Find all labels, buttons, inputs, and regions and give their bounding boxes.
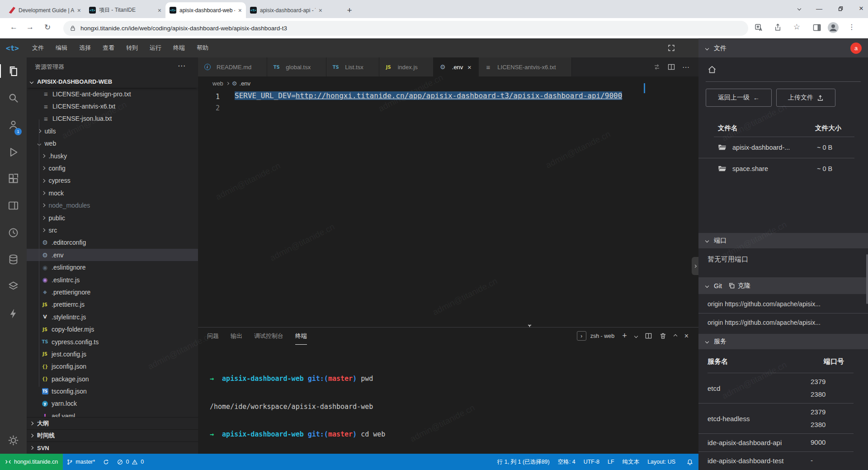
tree-item[interactable]: cypress.config.ts xyxy=(27,336,198,348)
layers-icon[interactable] xyxy=(7,280,19,292)
editor-tab[interactable]: global.tsx × xyxy=(267,57,326,76)
more-actions-icon[interactable] xyxy=(178,61,185,71)
editor-tab[interactable]: LICENSE-antvis-x6.txt × xyxy=(479,57,571,76)
fullscreen-icon[interactable] xyxy=(668,44,675,52)
window-minimize-icon[interactable]: — xyxy=(816,5,822,12)
tree-item[interactable]: .eslintrc.js xyxy=(27,274,198,286)
tab-close-icon[interactable]: × xyxy=(158,7,161,14)
browser-tab[interactable]: apisix-dashboard-api - TitanID × xyxy=(246,2,326,18)
address-bar[interactable]: hongxi.titanide.cn/ide/web/coding/apisix… xyxy=(63,21,748,36)
bookmark-star-icon[interactable]: ☆ xyxy=(793,22,800,32)
database-icon[interactable] xyxy=(7,253,19,266)
git-branch-status[interactable]: master* xyxy=(63,454,99,470)
tree-item[interactable]: copy-folder.mjs xyxy=(27,323,198,335)
tree-item[interactable]: .stylelintrc.js xyxy=(27,311,198,323)
tree-item[interactable]: public xyxy=(27,212,198,224)
tree-item[interactable]: .prettierrc.js xyxy=(27,299,198,311)
panel-expand-toggle[interactable] xyxy=(692,257,698,275)
status-item[interactable]: 行 1, 列 1 (已选择89) xyxy=(493,458,554,466)
menu-item[interactable]: 查看 xyxy=(97,44,120,52)
window-close-icon[interactable]: × xyxy=(859,4,863,13)
close-panel-icon[interactable]: × xyxy=(684,332,689,340)
terminal-shell-name[interactable]: zsh - web xyxy=(590,333,615,339)
status-item[interactable]: 纯文本 xyxy=(618,458,644,466)
side-panel-icon[interactable] xyxy=(812,23,821,32)
open-changes-icon[interactable] xyxy=(653,63,660,71)
tree-item[interactable]: web xyxy=(27,138,198,150)
remote-indicator[interactable]: hongxi.titanide.cn xyxy=(0,454,63,470)
service-row[interactable]: etcd 23792380 xyxy=(698,373,854,403)
sidebar-section-header[interactable]: 大纲 xyxy=(27,417,198,429)
browser-tab[interactable]: apisix-dashboard-web - TitanI × xyxy=(165,2,246,18)
go-up-button[interactable]: 返回上一级 ← xyxy=(706,89,772,107)
tree-item[interactable]: utils xyxy=(27,125,198,137)
menu-item[interactable]: 文件 xyxy=(26,44,50,52)
close-icon[interactable]: × xyxy=(466,63,473,71)
share-icon[interactable] xyxy=(774,23,782,32)
services-section-header[interactable]: 服务 xyxy=(698,334,868,349)
tree-item[interactable]: src xyxy=(27,224,198,236)
status-item[interactable]: Layout: US xyxy=(643,459,679,465)
editor-tab[interactable]: index.js × xyxy=(379,57,434,76)
git-clone-button[interactable]: 克隆 xyxy=(728,282,750,290)
sync-status[interactable] xyxy=(99,454,113,470)
menu-item[interactable]: 编辑 xyxy=(50,44,73,52)
reload-icon[interactable]: ↻ xyxy=(44,23,51,32)
editor-more-actions-icon[interactable]: ⋯ xyxy=(682,63,689,71)
tree-item[interactable]: LICENSE-ant-design-pro.txt xyxy=(27,88,198,100)
service-row[interactable]: ide-apisix-dashboard-test - xyxy=(698,451,854,470)
sidebar-section-header[interactable]: SVN xyxy=(27,442,198,454)
panel-tab[interactable]: 输出 xyxy=(231,328,242,345)
terminal-shell-icon[interactable]: › xyxy=(577,331,586,341)
terminal-output[interactable]: → apisix-dashboard-web git:(master) pwd … xyxy=(210,356,385,470)
tree-item[interactable]: .husky xyxy=(27,150,198,162)
terminal-dropdown-icon[interactable] xyxy=(634,334,637,337)
service-row[interactable]: etcd-headless 23792380 xyxy=(698,403,854,433)
menu-item[interactable]: 帮助 xyxy=(191,44,214,52)
code-area[interactable]: 1 2 SERVE_URL_DEV=http://hongxi.titanide… xyxy=(198,90,698,327)
file-row[interactable]: apisix-dashboard-... ~ 0 B xyxy=(698,137,854,158)
tree-item[interactable]: LICENSE-json.lua.txt xyxy=(27,113,198,125)
env-url-link[interactable]: http://hongxi.titanide.cn/app/apisix-das… xyxy=(296,91,622,100)
panel-tab[interactable]: 调试控制台 xyxy=(254,328,283,345)
tree-item[interactable]: config xyxy=(27,162,198,174)
extensions-icon[interactable] xyxy=(7,172,19,185)
browser-tab[interactable]: 项目 - TitanIDE × xyxy=(85,2,165,18)
tree-item[interactable]: tsconfig.json xyxy=(27,385,198,397)
breadcrumb[interactable]: web .env xyxy=(198,76,698,90)
project-root-header[interactable]: APISIX-DASHBOARD-WEB xyxy=(27,76,198,88)
git-section-header[interactable]: Git 克隆 xyxy=(698,277,868,294)
tree-item[interactable]: mock xyxy=(27,187,198,199)
split-terminal-icon[interactable] xyxy=(645,332,652,339)
browser-tab[interactable]: Development Guide | Apache × xyxy=(5,2,85,18)
problems-status[interactable]: 0 0 xyxy=(113,454,148,470)
browser-menu-icon[interactable]: ⋮ xyxy=(848,23,855,31)
home-icon[interactable] xyxy=(708,65,717,74)
clock-icon[interactable] xyxy=(7,227,19,239)
code-line[interactable]: SERVE_URL_DEV=http://hongxi.titanide.cn/… xyxy=(235,91,622,103)
scrollbar-thumb[interactable] xyxy=(866,254,868,304)
tab-close-icon[interactable]: × xyxy=(238,7,242,14)
service-row[interactable]: ide-apisix-dashboard-api 9000 xyxy=(698,433,854,451)
menu-item[interactable]: 转到 xyxy=(120,44,144,52)
tree-item[interactable]: .env xyxy=(27,249,198,261)
tree-item[interactable]: .eslintignore xyxy=(27,261,198,273)
back-icon[interactable]: ← xyxy=(10,23,18,32)
sidebar-section-header[interactable]: 时间线 xyxy=(27,429,198,442)
tab-close-icon[interactable]: × xyxy=(77,7,81,14)
tree-item[interactable]: jsconfig.json xyxy=(27,361,198,373)
preview-icon[interactable] xyxy=(7,199,19,212)
tree-item[interactable]: node_modules xyxy=(27,199,198,212)
files-section-header[interactable]: 文件 a xyxy=(698,39,868,57)
tree-item[interactable]: jest.config.js xyxy=(27,348,198,360)
profile-avatar[interactable] xyxy=(827,22,839,33)
split-editor-icon[interactable] xyxy=(668,63,675,71)
menu-item[interactable]: 终端 xyxy=(167,44,191,52)
menu-item[interactable]: 选择 xyxy=(73,44,97,52)
new-tab-button[interactable]: + xyxy=(344,5,355,16)
tree-item[interactable]: cypress xyxy=(27,175,198,187)
lightning-icon[interactable] xyxy=(7,308,19,320)
run-debug-icon[interactable] xyxy=(7,146,19,158)
editor-tab[interactable]: README.md × xyxy=(198,57,267,76)
tree-item[interactable]: package.json xyxy=(27,373,198,385)
